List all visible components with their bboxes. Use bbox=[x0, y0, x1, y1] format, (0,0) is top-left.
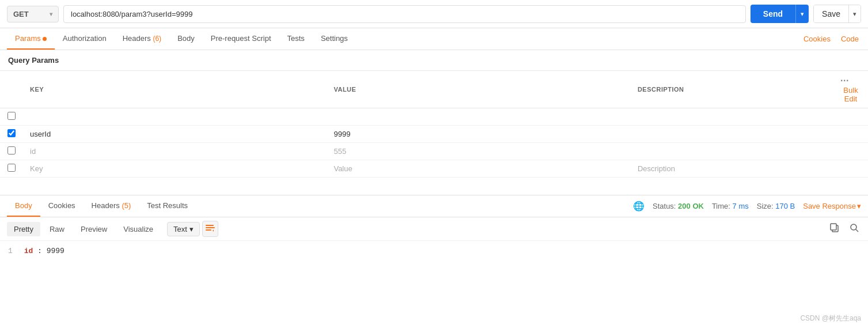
save-dropdown-button[interactable]: ▾ bbox=[848, 5, 861, 22]
svg-rect-2 bbox=[206, 229, 211, 231]
params-table: KEY VALUE DESCRIPTION ··· Bulk Edit user… bbox=[0, 71, 868, 178]
tab-settings-label: Settings bbox=[321, 34, 348, 43]
bottom-tab-headers[interactable]: Headers (5) bbox=[84, 195, 139, 217]
globe-icon[interactable]: 🌐 bbox=[633, 201, 645, 212]
row1-key[interactable] bbox=[23, 108, 327, 126]
size-label: Size: 170 B bbox=[757, 202, 795, 210]
method-chevron: ▾ bbox=[50, 11, 52, 17]
col-more: ··· Bulk Edit bbox=[833, 71, 868, 108]
status-value: 200 OK bbox=[678, 202, 704, 210]
top-bar: GET ▾ Send ▾ Save ▾ bbox=[0, 0, 868, 28]
line-number: 1 bbox=[8, 247, 13, 255]
svg-line-6 bbox=[856, 229, 858, 232]
response-body: 1 id : 9999 bbox=[0, 241, 868, 261]
query-params-header: Query Params bbox=[0, 50, 868, 71]
tab-body-label: Body bbox=[177, 34, 195, 43]
cookies-link[interactable]: Cookies bbox=[801, 29, 833, 49]
row1-checkbox[interactable] bbox=[7, 112, 16, 120]
time-text-label: Time: bbox=[712, 202, 733, 210]
row4-key[interactable]: Key bbox=[23, 160, 327, 178]
search-button[interactable] bbox=[847, 221, 861, 237]
method-label: GET bbox=[13, 10, 29, 18]
tab-params-label: Params bbox=[15, 34, 41, 43]
send-button[interactable]: Send bbox=[751, 5, 795, 23]
table-row bbox=[0, 108, 868, 126]
resp-tab-raw[interactable]: Raw bbox=[43, 222, 71, 236]
status-label: Status: 200 OK bbox=[653, 202, 704, 210]
row2-actions bbox=[833, 126, 868, 143]
row3-description[interactable] bbox=[631, 143, 833, 160]
resp-tab-visualize-label: Visualize bbox=[123, 225, 153, 233]
tab-pre-request-label: Pre-request Script bbox=[211, 34, 271, 43]
resp-tab-pretty[interactable]: Pretty bbox=[7, 222, 40, 236]
row2-checkbox[interactable] bbox=[7, 129, 16, 137]
bottom-tab-cookies-label: Cookies bbox=[48, 201, 75, 210]
row2-value[interactable]: 9999 bbox=[327, 126, 630, 143]
svg-rect-0 bbox=[206, 225, 214, 226]
row1-checkbox-cell bbox=[0, 108, 23, 126]
row4-checkbox[interactable] bbox=[7, 164, 16, 172]
row2-checkbox-cell bbox=[0, 126, 23, 143]
resp-tab-pretty-label: Pretty bbox=[14, 225, 33, 233]
response-value: 9999 bbox=[47, 247, 65, 255]
more-options-icon[interactable]: ··· bbox=[840, 76, 849, 85]
row2-description[interactable] bbox=[631, 126, 833, 143]
send-button-group: Send ▾ bbox=[751, 5, 809, 23]
col-value: VALUE bbox=[327, 71, 630, 108]
row1-value[interactable] bbox=[327, 108, 630, 126]
response-colon: : bbox=[37, 247, 42, 255]
row3-actions bbox=[833, 143, 868, 160]
svg-rect-4 bbox=[831, 224, 836, 230]
resp-tab-preview[interactable]: Preview bbox=[74, 222, 114, 236]
row3-value[interactable]: 555 bbox=[327, 143, 630, 160]
row4-value[interactable]: Value bbox=[327, 160, 630, 178]
tab-headers-label: Headers bbox=[123, 34, 151, 43]
response-right-icons bbox=[828, 221, 861, 237]
wrap-lines-icon[interactable] bbox=[202, 221, 218, 237]
col-description: DESCRIPTION bbox=[631, 71, 833, 108]
row1-description[interactable] bbox=[631, 108, 833, 126]
tabs-bar: Params Authorization Headers (6) Body Pr… bbox=[0, 28, 868, 50]
row4-checkbox-cell bbox=[0, 160, 23, 178]
bottom-tab-body-label: Body bbox=[15, 201, 32, 210]
bottom-tab-test-results[interactable]: Test Results bbox=[139, 195, 196, 217]
bulk-edit-button[interactable]: Bulk Edit bbox=[840, 86, 861, 103]
col-checkbox bbox=[0, 71, 23, 108]
format-select[interactable]: Text ▾ bbox=[167, 222, 200, 236]
row3-checkbox-cell bbox=[0, 143, 23, 160]
resp-tab-visualize[interactable]: Visualize bbox=[116, 222, 160, 236]
url-input[interactable] bbox=[63, 5, 746, 23]
row1-actions bbox=[833, 108, 868, 126]
table-row: id 555 bbox=[0, 143, 868, 160]
tab-tests[interactable]: Tests bbox=[279, 28, 313, 50]
save-response-label: Save Response bbox=[803, 202, 856, 210]
tab-authorization[interactable]: Authorization bbox=[55, 28, 115, 50]
save-response-button[interactable]: Save Response ▾ bbox=[803, 202, 861, 210]
row2-key[interactable]: userId bbox=[23, 126, 327, 143]
send-dropdown-button[interactable]: ▾ bbox=[795, 5, 809, 23]
row4-description[interactable]: Description bbox=[631, 160, 833, 178]
bottom-tab-body[interactable]: Body bbox=[7, 195, 40, 217]
copy-button[interactable] bbox=[828, 221, 842, 237]
bottom-tabs-bar: Body Cookies Headers (5) Test Results 🌐 … bbox=[0, 195, 868, 217]
save-response-chevron: ▾ bbox=[857, 202, 861, 210]
bottom-tab-headers-label: Headers bbox=[92, 201, 120, 210]
status-bar: 🌐 Status: 200 OK Time: 7 ms Size: 170 B … bbox=[633, 201, 861, 212]
row3-checkbox[interactable] bbox=[7, 146, 16, 154]
time-label: Time: 7 ms bbox=[712, 202, 749, 210]
tab-params[interactable]: Params bbox=[7, 28, 55, 50]
method-select[interactable]: GET ▾ bbox=[7, 6, 59, 22]
params-dot bbox=[43, 37, 47, 41]
bottom-tab-cookies[interactable]: Cookies bbox=[40, 195, 84, 217]
tab-settings[interactable]: Settings bbox=[313, 28, 356, 50]
tab-pre-request-script[interactable]: Pre-request Script bbox=[203, 28, 279, 50]
table-row: Key Value Description bbox=[0, 160, 868, 178]
bottom-section: Body Cookies Headers (5) Test Results 🌐 … bbox=[0, 195, 868, 261]
tab-body[interactable]: Body bbox=[169, 28, 203, 50]
save-button[interactable]: Save bbox=[814, 5, 848, 22]
row3-key[interactable]: id bbox=[23, 143, 327, 160]
headers-badge: (6) bbox=[153, 35, 161, 43]
tab-headers[interactable]: Headers (6) bbox=[115, 28, 169, 50]
response-key: id bbox=[24, 247, 33, 255]
code-link[interactable]: Code bbox=[839, 29, 861, 49]
